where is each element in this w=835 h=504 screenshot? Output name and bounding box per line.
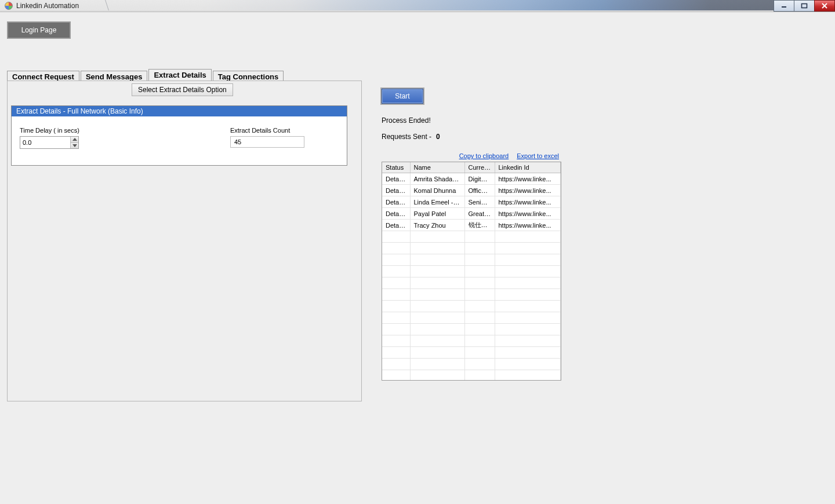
cell-link: https://www.linke...	[495, 220, 561, 231]
login-page-button[interactable]: Login Page	[7, 21, 71, 39]
title-bar: Linkedin Automation	[0, 0, 835, 12]
requests-sent-line: Requests Sent - 0	[382, 133, 561, 141]
cell-name: Payal Patel	[410, 208, 464, 220]
window-title: Linkedin Automation	[16, 2, 79, 10]
cell-status: Details ...	[382, 196, 410, 208]
table-row-empty	[382, 289, 561, 301]
table-row[interactable]: Details ...Payal Patel​Great att...https…	[382, 208, 561, 220]
export-to-excel-link[interactable]: Export to excel	[517, 152, 559, 159]
table-row-empty	[382, 266, 561, 277]
process-status: Process Ended!	[382, 116, 561, 125]
results-table: Status Name Current ... Linkedin Id Deta…	[382, 162, 561, 381]
app-body: Login Page Connect Request Send Messages…	[0, 12, 835, 504]
cell-name: Komal Dhunna	[410, 185, 464, 196]
minimize-button[interactable]	[774, 0, 794, 12]
time-delay-spinner[interactable]	[20, 136, 79, 149]
time-delay-input[interactable]	[20, 137, 70, 148]
cell-name: Tracy Zhou	[410, 220, 464, 231]
start-button[interactable]: Start	[382, 89, 423, 104]
table-row-empty	[382, 312, 561, 324]
tab-label: Connect Request	[12, 72, 74, 81]
cell-link: https://www.linke...	[495, 173, 561, 185]
close-icon	[821, 3, 828, 9]
table-row-empty	[382, 359, 561, 370]
copy-to-clipboard-link[interactable]: Copy to clipboard	[459, 152, 509, 159]
cell-current: ​Great att...	[464, 208, 495, 220]
tab-label: Send Messages	[86, 72, 143, 81]
cell-link: https://www.linke...	[495, 208, 561, 220]
col-current[interactable]: Current ...	[464, 162, 495, 173]
select-extract-option-label: Select Extract Details Option	[138, 86, 227, 94]
titlebar-gloss	[0, 0, 835, 10]
table-row[interactable]: Details ...Amrita ShadangiDigital St...h…	[382, 173, 561, 185]
svg-rect-0	[782, 6, 786, 8]
spinner-down[interactable]	[71, 143, 78, 149]
window-button-group	[774, 0, 835, 12]
tab-label: Tag Connections	[218, 72, 278, 81]
chevron-down-icon	[72, 144, 77, 147]
svg-marker-5	[72, 144, 77, 147]
window-frame: Linkedin Automation Login Page	[0, 0, 835, 504]
cell-current: Office Co...	[464, 185, 495, 196]
cell-name: Amrita Shadangi	[410, 173, 464, 185]
select-extract-option-button[interactable]: Select Extract Details Option	[132, 83, 233, 96]
requests-sent-value: 0	[436, 133, 440, 141]
results-grid[interactable]: Status Name Current ... Linkedin Id Deta…	[382, 162, 561, 381]
spinner-buttons	[70, 137, 78, 148]
cell-current: 锐仕方达-...	[464, 220, 495, 231]
time-delay-col: Time Delay ( in secs)	[20, 127, 79, 149]
table-row-empty	[382, 347, 561, 359]
maximize-button[interactable]	[794, 0, 815, 12]
cell-status: Details ...	[382, 173, 410, 185]
cell-link: https://www.linke...	[495, 185, 561, 196]
export-links: Copy to clipboard Export to excel	[382, 152, 561, 159]
param-row: Time Delay ( in secs)	[12, 116, 347, 149]
table-row-empty	[382, 254, 561, 266]
count-input[interactable]	[230, 136, 304, 148]
col-status[interactable]: Status	[382, 162, 410, 173]
count-label: Extract Details Count	[230, 127, 304, 134]
table-row-empty	[382, 231, 561, 243]
table-row-empty	[382, 301, 561, 312]
table-row-empty	[382, 335, 561, 347]
count-col: Extract Details Count	[230, 127, 304, 149]
col-name[interactable]: Name	[410, 162, 464, 173]
extract-details-panel: Select Extract Details Option Extract De…	[7, 81, 362, 401]
svg-rect-1	[802, 4, 807, 8]
table-row[interactable]: Details ...Tracy Zhou锐仕方达-...https://www…	[382, 220, 561, 231]
spinner-up[interactable]	[71, 137, 78, 143]
table-row[interactable]: Details ...Linda Emeel - ORA...Senior H.…	[382, 196, 561, 208]
title-left: Linkedin Automation	[0, 0, 84, 12]
table-row[interactable]: Details ...Komal DhunnaOffice Co...https…	[382, 185, 561, 196]
cell-status: Details ...	[382, 220, 410, 231]
cell-status: Details ...	[382, 208, 410, 220]
app-icon	[5, 2, 13, 10]
table-row-empty	[382, 277, 561, 289]
basic-info-header: Extract Details - Full Network (Basic In…	[12, 106, 347, 116]
cell-current: Senior H...	[464, 196, 495, 208]
table-header-row: Status Name Current ... Linkedin Id	[382, 162, 561, 173]
cell-name: Linda Emeel - ORA...	[410, 196, 464, 208]
table-row-empty	[382, 243, 561, 254]
results-panel: Start Process Ended! Requests Sent - 0 C…	[372, 81, 571, 401]
table-row-empty	[382, 324, 561, 335]
start-label: Start	[395, 92, 409, 100]
login-page-label: Login Page	[21, 26, 57, 34]
close-button[interactable]	[814, 0, 835, 12]
maximize-icon	[801, 3, 808, 9]
cell-current: Digital St...	[464, 173, 495, 185]
col-linkedin[interactable]: Linkedin Id	[495, 162, 561, 173]
requests-sent-label: Requests Sent -	[382, 133, 431, 141]
chevron-up-icon	[72, 138, 77, 141]
time-delay-label: Time Delay ( in secs)	[20, 127, 79, 134]
cell-status: Details ...	[382, 185, 410, 196]
minimize-icon	[780, 3, 787, 9]
tab-label: Extract Details	[154, 71, 206, 79]
cell-link: https://www.linke...	[495, 196, 561, 208]
basic-info-group: Extract Details - Full Network (Basic In…	[11, 105, 347, 166]
table-row-empty	[382, 370, 561, 381]
svg-marker-4	[72, 138, 77, 141]
